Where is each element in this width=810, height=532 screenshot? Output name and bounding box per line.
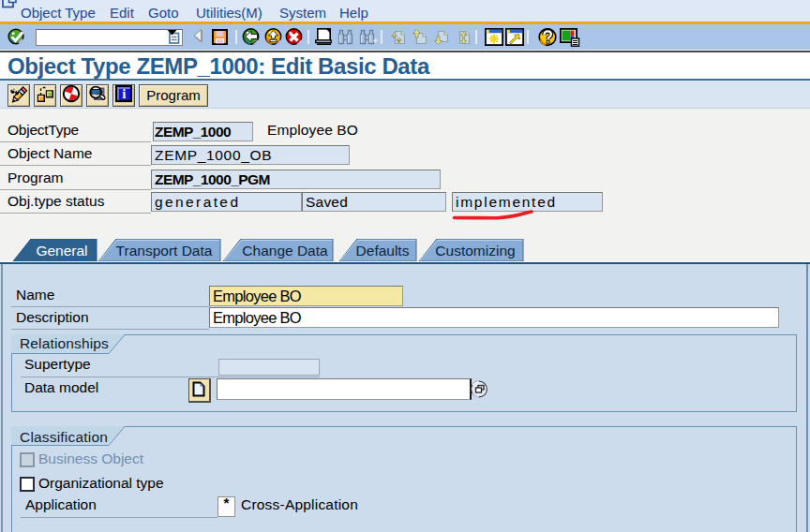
- svg-text:Defaults: Defaults: [356, 243, 410, 259]
- svg-text:Transport Data: Transport Data: [116, 243, 213, 259]
- svg-text:i: i: [122, 86, 126, 101]
- svg-text:Customizing: Customizing: [435, 243, 515, 259]
- svg-text:General: General: [36, 243, 87, 259]
- svg-text:Change Data: Change Data: [242, 243, 328, 259]
